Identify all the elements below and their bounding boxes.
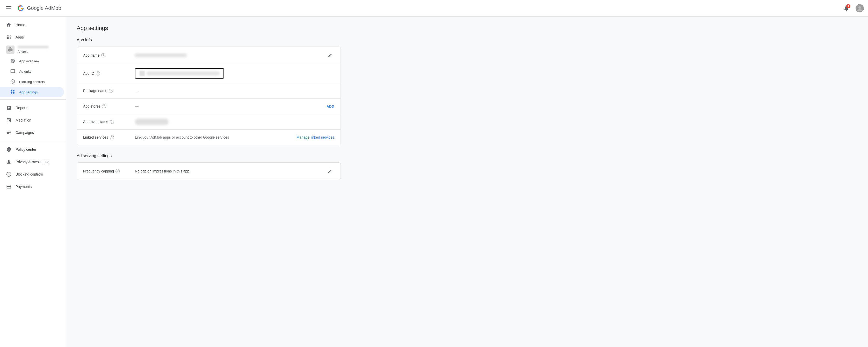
sidebar-item-home[interactable]: Home — [0, 19, 64, 31]
menu-button[interactable] — [4, 4, 13, 12]
app-id-label: App ID — [83, 71, 94, 75]
linked-services-help-icon[interactable]: ? — [110, 135, 114, 139]
payments-label: Payments — [16, 185, 32, 189]
linked-services-description: Link your AdMob apps or account to other… — [135, 135, 297, 139]
frequency-capping-help-icon[interactable]: ? — [116, 169, 120, 173]
sidebar-item-app-settings[interactable]: App settings — [0, 87, 64, 97]
logo: G Google AdMob — [17, 4, 61, 12]
sidebar-item-apps[interactable]: Apps — [0, 31, 64, 43]
approval-status-row: Approval status ? — [77, 114, 341, 130]
add-app-store-button[interactable]: ADD — [327, 104, 334, 108]
svg-line-13 — [7, 173, 10, 176]
app-info-card: App name ? App ID ? — [76, 46, 341, 145]
blocking-controls-global-label: Blocking controls — [16, 172, 43, 176]
approval-status-label: Approval status — [83, 120, 108, 124]
app-name-label: App name — [83, 53, 100, 58]
sidebar-item-app-overview[interactable]: App overview — [0, 56, 64, 66]
app-stores-help-icon[interactable]: ? — [102, 104, 106, 108]
sidebar-item-payments[interactable]: Payments — [0, 180, 64, 193]
linked-services-row: Linked services ? Link your AdMob apps o… — [77, 130, 341, 145]
approval-status-value — [135, 119, 334, 125]
sidebar-item-blocking-controls[interactable]: Blocking controls — [0, 76, 64, 87]
svg-rect-9 — [13, 90, 14, 91]
user-avatar[interactable] — [856, 4, 864, 12]
top-bar-left: G Google AdMob — [4, 4, 61, 12]
app-settings-label: App settings — [19, 90, 38, 94]
app-name-label-cell: App name ? — [83, 53, 135, 58]
app-name-edit-action — [326, 51, 334, 60]
app-id-box — [135, 68, 224, 79]
overview-icon — [10, 59, 15, 64]
app-overview-label: App overview — [19, 59, 39, 63]
package-name-label-cell: Package name ? — [83, 89, 135, 93]
svg-rect-11 — [13, 92, 14, 93]
sidebar-item-reports[interactable]: Reports — [0, 102, 64, 114]
notification-button[interactable]: 1 — [841, 3, 851, 13]
top-bar: G Google AdMob 1 — [0, 0, 868, 16]
approval-status-chip — [135, 119, 168, 125]
sidebar-item-mediation[interactable]: Mediation — [0, 114, 64, 127]
policy-center-label: Policy center — [16, 147, 36, 151]
app-name-help-icon[interactable]: ? — [101, 53, 105, 58]
frequency-capping-label: Frequency capping — [83, 169, 114, 173]
page-title: App settings — [76, 25, 341, 32]
app-info-section-title: App info — [76, 38, 341, 42]
campaigns-icon — [6, 130, 11, 135]
app-title: Google AdMob — [27, 5, 61, 11]
svg-rect-8 — [11, 90, 12, 91]
ad-serving-section-title: Ad serving settings — [76, 153, 341, 158]
app-stores-row: App stores ? — ADD — [77, 99, 341, 114]
mediation-icon — [6, 118, 11, 123]
linked-services-label: Linked services — [83, 135, 108, 139]
payments-icon — [6, 184, 11, 189]
app-id-blurred — [147, 72, 219, 75]
approval-status-help-icon[interactable]: ? — [110, 120, 114, 124]
sidebar-item-campaigns[interactable]: Campaigns — [0, 127, 64, 139]
app-name-row: App name ? — [77, 47, 341, 64]
layout: Home Apps Android — [0, 16, 868, 347]
android-app-icon — [6, 45, 14, 54]
platform-label: Android — [18, 50, 28, 54]
app-id-icon — [140, 71, 145, 76]
app-stores-label: App stores — [83, 104, 100, 108]
policy-icon — [6, 147, 11, 152]
svg-point-4 — [859, 6, 861, 9]
frequency-capping-edit-button[interactable] — [326, 167, 334, 176]
reports-label: Reports — [16, 106, 28, 110]
app-settings-icon — [10, 90, 15, 95]
sidebar-app-item[interactable]: Android — [0, 43, 66, 56]
main-content: App settings App info App name ? — [66, 16, 351, 347]
frequency-capping-row: Frequency capping ? No cap on impression… — [77, 163, 341, 180]
home-icon — [6, 22, 11, 27]
sidebar-item-blocking-controls-global[interactable]: Blocking controls — [0, 168, 64, 180]
linked-services-action: Manage linked services — [297, 135, 334, 139]
sidebar-item-privacy-messaging[interactable]: Privacy & messaging — [0, 155, 64, 168]
privacy-icon — [6, 159, 11, 165]
mediation-label: Mediation — [16, 118, 31, 122]
app-name-edit-button[interactable] — [326, 51, 334, 60]
manage-linked-services-button[interactable]: Manage linked services — [297, 135, 334, 139]
app-name-value — [135, 54, 326, 57]
app-stores-value: — — [135, 104, 327, 108]
blocking-global-icon — [6, 172, 11, 177]
apps-icon — [6, 35, 11, 40]
top-bar-right: 1 — [841, 3, 864, 13]
approval-status-label-cell: Approval status ? — [83, 120, 135, 124]
frequency-capping-value: No cap on impressions in this app — [135, 169, 326, 173]
app-name-blurred — [135, 54, 187, 57]
sidebar-item-policy-center[interactable]: Policy center — [0, 143, 64, 155]
campaigns-label: Campaigns — [16, 131, 34, 135]
app-id-help-icon[interactable]: ? — [96, 71, 100, 75]
sidebar-item-ad-units[interactable]: Ad units — [0, 66, 64, 76]
app-id-row: App ID ? — [77, 64, 341, 83]
package-name-help-icon[interactable]: ? — [109, 89, 113, 93]
apps-label: Apps — [16, 35, 24, 39]
app-stores-label-cell: App stores ? — [83, 104, 135, 108]
app-name: Android — [18, 46, 49, 54]
app-stores-action: ADD — [327, 104, 334, 108]
ad-units-icon — [10, 69, 15, 74]
notification-badge: 1 — [846, 4, 850, 8]
google-logo-icon: G — [17, 4, 25, 12]
app-id-value — [135, 68, 334, 79]
app-id-label-cell: App ID ? — [83, 71, 135, 75]
